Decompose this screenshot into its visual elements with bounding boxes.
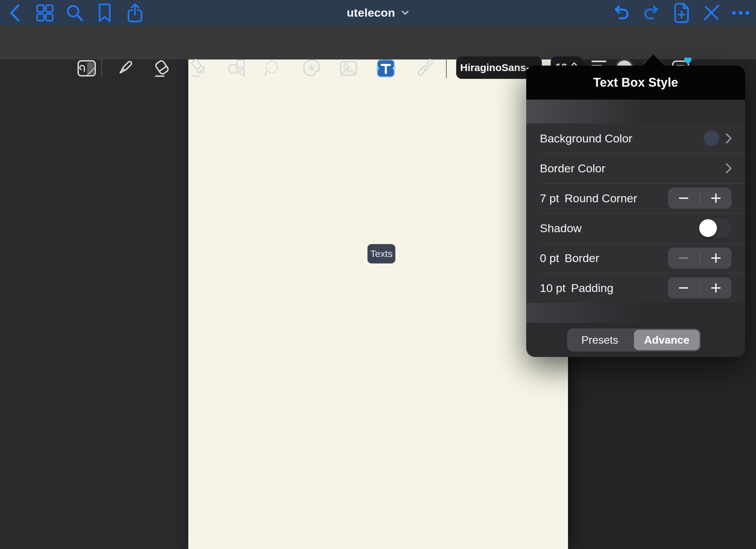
tool-text[interactable] — [376, 58, 396, 78]
lasso-icon — [262, 58, 282, 78]
presets-segment[interactable]: Presets — [567, 328, 633, 351]
pen-icon — [115, 58, 135, 78]
page-panel-icon — [77, 59, 97, 78]
row-label: Round Corner — [565, 192, 637, 205]
search-icon — [66, 4, 84, 22]
redo-icon — [642, 5, 661, 21]
popover-bottom-band — [526, 303, 745, 323]
bookmark-button[interactable] — [93, 0, 117, 25]
row-label: Shadow — [540, 222, 582, 235]
advance-segment[interactable]: Advance — [634, 330, 700, 350]
sticker-icon — [302, 58, 322, 78]
round-corner-stepper — [668, 188, 732, 209]
canvas-background-left — [0, 59, 188, 549]
round-corner-value: 7 pt — [540, 192, 559, 205]
shapes-icon — [227, 58, 247, 78]
text-tool-icon-active — [376, 58, 396, 79]
document-title-dropdown[interactable]: utelecon — [347, 0, 409, 25]
textbox-style-popover: Text Box Style Background Color Border C… — [526, 66, 745, 357]
row-label: Background Color — [540, 132, 632, 145]
add-page-icon — [673, 2, 690, 23]
toolbar-divider — [101, 58, 102, 78]
border-width-increase-button[interactable] — [700, 247, 732, 269]
image-icon — [339, 58, 358, 78]
border-width-decrease-button[interactable] — [668, 247, 700, 269]
background-color-swatch — [704, 131, 719, 146]
tool-sticker[interactable] — [302, 58, 322, 78]
tool-page-panel[interactable] — [77, 58, 97, 78]
notebook-page: Texts — [188, 58, 568, 549]
document-title: utelecon — [347, 6, 395, 19]
border-width-stepper — [668, 247, 732, 269]
round-corner-decrease-button[interactable] — [668, 188, 700, 209]
row-round-corner: 7 pt Round Corner — [526, 183, 745, 213]
padding-decrease-button[interactable] — [668, 277, 700, 298]
row-border-width: 0 pt Border — [526, 243, 745, 273]
back-button[interactable] — [3, 0, 27, 25]
row-padding: 10 pt Padding — [526, 273, 745, 303]
highlighter-icon — [189, 58, 209, 78]
row-shadow: Shadow — [526, 213, 745, 243]
eraser-icon — [152, 58, 172, 78]
grid-view-button[interactable] — [33, 0, 57, 25]
padding-increase-button[interactable] — [700, 277, 732, 298]
font-name-label: HiraginoSans-... — [460, 62, 538, 73]
tool-image[interactable] — [339, 58, 358, 78]
back-chevron-icon — [8, 3, 21, 23]
padding-value: 10 pt — [540, 281, 566, 295]
laser-pointer-icon — [415, 58, 435, 78]
search-button[interactable] — [63, 0, 87, 25]
row-label: Border — [565, 252, 599, 265]
tool-shapes[interactable] — [227, 58, 247, 78]
popover-title: Text Box Style — [593, 75, 678, 90]
round-corner-increase-button[interactable] — [700, 188, 732, 209]
toggle-knob — [699, 219, 717, 237]
border-width-value: 0 pt — [540, 252, 559, 265]
tool-eraser[interactable] — [152, 58, 172, 78]
chevron-down-icon — [401, 10, 409, 16]
chevron-right-icon — [725, 133, 732, 144]
grid-view-icon — [36, 4, 54, 22]
canvas-textbox[interactable]: Texts — [367, 244, 395, 263]
more-ellipsis-icon — [732, 11, 750, 15]
row-label: Padding — [571, 281, 614, 295]
tool-lasso[interactable] — [262, 58, 282, 78]
tool-pen[interactable] — [115, 58, 135, 78]
pen-slash-icon — [702, 4, 721, 22]
chevron-right-icon — [725, 163, 732, 174]
more-options-button[interactable] — [729, 0, 753, 25]
bookmark-icon — [98, 3, 112, 23]
toolbar-divider — [446, 58, 447, 78]
redo-button[interactable] — [640, 0, 664, 25]
row-background-color[interactable]: Background Color — [526, 123, 745, 153]
top-navigation-bar: utelecon — [0, 0, 756, 25]
presets-advance-segmented-control: Presets Advance — [567, 328, 701, 351]
share-icon — [127, 3, 143, 23]
popover-footer: Presets Advance — [526, 323, 745, 357]
shadow-toggle[interactable] — [698, 218, 732, 238]
add-page-button[interactable] — [670, 0, 693, 25]
tool-laser-pointer[interactable] — [415, 58, 435, 78]
undo-button[interactable] — [609, 0, 633, 25]
popover-arrow — [642, 54, 665, 67]
popover-header: Text Box Style — [526, 66, 745, 100]
row-border-color[interactable]: Border Color — [526, 153, 745, 183]
canvas-textbox-label: Texts — [370, 248, 392, 259]
row-label: Border Color — [540, 162, 605, 175]
share-button[interactable] — [123, 0, 147, 25]
tool-highlighter[interactable] — [189, 58, 209, 78]
style-settings-list: Background Color Border Color 7 pt Round… — [526, 123, 745, 303]
padding-stepper — [668, 277, 732, 298]
popover-preview-band — [526, 100, 745, 123]
undo-icon — [612, 5, 630, 21]
pen-slash-button[interactable] — [700, 0, 723, 25]
